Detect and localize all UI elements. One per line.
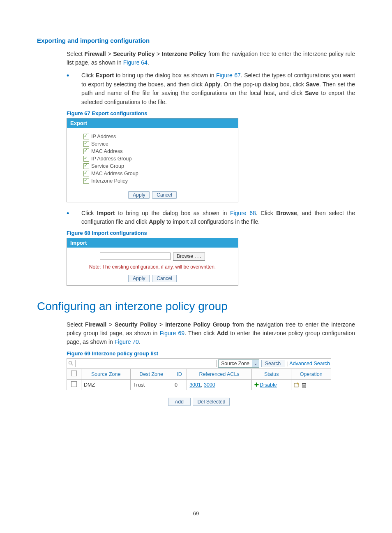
col-operation[interactable]: Operation bbox=[291, 369, 331, 380]
checkbox-label: MAC Address Group bbox=[91, 171, 138, 176]
cancel-button[interactable]: Cancel bbox=[152, 191, 176, 199]
add-button[interactable]: Add bbox=[168, 398, 191, 406]
advanced-search-link[interactable]: Advanced Search bbox=[289, 361, 330, 366]
checkbox-label: Service bbox=[91, 141, 108, 147]
bullet-text: Click Import to bring up the dialog box … bbox=[81, 209, 355, 227]
bold: Export bbox=[96, 72, 114, 79]
text: to bring up the dialog box as shown in bbox=[115, 210, 230, 216]
text: to import all configurations in the file… bbox=[165, 218, 260, 225]
export-dialog: Export IP Address Service MAC Address IP… bbox=[67, 118, 238, 202]
cell-source-zone: DMZ bbox=[81, 380, 131, 390]
text: . On the pop-up dialog box, click bbox=[220, 81, 306, 88]
status-plus-icon: ✚ bbox=[254, 382, 259, 388]
text: Click bbox=[81, 210, 97, 216]
figure-caption: Figure 68 Import configurations bbox=[67, 230, 355, 236]
text: > bbox=[157, 321, 165, 328]
bold: Apply bbox=[149, 218, 165, 225]
policy-group-list: Source Zone ⌄ Search | Advanced Search S… bbox=[67, 358, 331, 406]
figure-link[interactable]: Figure 68 bbox=[230, 210, 256, 216]
table-header-row: Source Zone Dest Zone ID Referenced ACLs… bbox=[67, 369, 331, 380]
dialog-title: Export bbox=[67, 118, 238, 128]
select-all-checkbox[interactable] bbox=[71, 371, 77, 376]
disable-link[interactable]: Disable bbox=[260, 382, 277, 388]
page-heading: Configuring an interzone policy group bbox=[37, 300, 355, 313]
search-button[interactable]: Search bbox=[261, 360, 284, 367]
bullet-icon: • bbox=[67, 209, 81, 227]
bold: Interzone Policy Group bbox=[165, 321, 230, 328]
search-bar: Source Zone ⌄ Search | Advanced Search bbox=[67, 358, 331, 369]
select-value: Source Zone bbox=[219, 361, 252, 366]
cell-status: ✚Disable bbox=[252, 380, 291, 390]
text: . Then click bbox=[184, 330, 217, 336]
cancel-button[interactable]: Cancel bbox=[152, 275, 176, 282]
bold: Firewall bbox=[85, 321, 106, 328]
col-id[interactable]: ID bbox=[172, 369, 187, 380]
figure-link[interactable]: Figure 64 bbox=[123, 59, 148, 66]
bold: Firewall bbox=[85, 51, 106, 57]
col-status[interactable]: Status bbox=[252, 369, 291, 380]
figure-link[interactable]: Figure 67 bbox=[216, 72, 241, 79]
svg-line-1 bbox=[71, 364, 73, 365]
checkbox-service[interactable] bbox=[83, 141, 89, 147]
checkbox-label: MAC Address bbox=[91, 148, 122, 154]
bold: Interzone Policy bbox=[162, 51, 206, 57]
intro-paragraph: Select Firewall > Security Policy > Inte… bbox=[67, 50, 355, 67]
figure-caption: Figure 67 Export configurations bbox=[67, 110, 355, 116]
acl-link[interactable]: 3000 bbox=[204, 382, 215, 388]
search-icon[interactable] bbox=[68, 361, 74, 367]
text: . bbox=[139, 338, 141, 345]
col-source-zone[interactable]: Source Zone bbox=[81, 369, 131, 380]
checkbox-label: Service Group bbox=[91, 163, 124, 169]
apply-button[interactable]: Apply bbox=[128, 275, 150, 282]
bold: Security Policy bbox=[113, 51, 154, 57]
bold: Add bbox=[217, 330, 228, 336]
bold: Security Policy bbox=[115, 321, 157, 328]
delete-icon[interactable] bbox=[301, 382, 307, 388]
text: Click bbox=[81, 72, 96, 79]
figure-link[interactable]: Figure 70 bbox=[115, 338, 139, 345]
checkbox-mac-address-group[interactable] bbox=[83, 171, 89, 176]
table-row: DMZ Trust 0 3001, 3000 ✚Disable bbox=[67, 380, 331, 390]
del-selected-button[interactable]: Del Selected bbox=[193, 398, 230, 406]
text: , bbox=[201, 382, 204, 388]
cell-dest-zone: Trust bbox=[131, 380, 172, 390]
checkbox-interzone-policy[interactable] bbox=[83, 178, 89, 184]
checkbox-label: Interzone Policy bbox=[91, 178, 128, 184]
text: . bbox=[148, 59, 149, 66]
bold: Save bbox=[306, 81, 319, 88]
text: > bbox=[106, 51, 113, 57]
checkbox-label: IP Address Group bbox=[91, 156, 131, 162]
policy-group-table: Source Zone Dest Zone ID Referenced ACLs… bbox=[67, 368, 331, 390]
overwrite-note: Note: The existing configuration, if any… bbox=[71, 262, 234, 272]
checkbox-ip-address-group[interactable] bbox=[83, 156, 89, 162]
text: . Click bbox=[256, 210, 277, 216]
row-checkbox[interactable] bbox=[71, 381, 77, 387]
col-referenced-acls[interactable]: Referenced ACLs bbox=[187, 369, 252, 380]
figure-link[interactable]: Figure 69 bbox=[160, 330, 185, 336]
checkbox-mac-address[interactable] bbox=[83, 148, 89, 154]
bold: Browse bbox=[276, 210, 297, 216]
search-text-input[interactable] bbox=[75, 360, 217, 367]
search-field-select[interactable]: Source Zone ⌄ bbox=[218, 359, 259, 368]
acl-link[interactable]: 3001 bbox=[189, 382, 201, 388]
import-dialog: Import Browse . . . Note: The existing c… bbox=[67, 238, 238, 286]
edit-icon[interactable] bbox=[294, 382, 300, 388]
checkbox-label: IP Address bbox=[91, 134, 116, 139]
bold: Import bbox=[97, 210, 115, 216]
bold: Save bbox=[305, 90, 318, 96]
file-path-input[interactable] bbox=[100, 253, 171, 260]
checkbox-ip-address[interactable] bbox=[83, 134, 89, 139]
checkbox-service-group[interactable] bbox=[83, 163, 89, 169]
bullet-icon: • bbox=[67, 71, 81, 107]
apply-button[interactable]: Apply bbox=[128, 191, 150, 199]
browse-button[interactable]: Browse . . . bbox=[173, 253, 205, 261]
text: > bbox=[106, 321, 115, 328]
text: Select bbox=[67, 321, 85, 328]
figure-caption: Figure 69 Interzone policy group list bbox=[67, 350, 355, 357]
chevron-down-icon: ⌄ bbox=[252, 360, 259, 367]
bullet-text: Click Export to bring up the dialog box … bbox=[81, 71, 355, 107]
col-dest-zone[interactable]: Dest Zone bbox=[131, 369, 172, 380]
text: Select bbox=[67, 51, 85, 57]
svg-rect-4 bbox=[302, 383, 306, 384]
cell-acls: 3001, 3000 bbox=[187, 380, 252, 390]
